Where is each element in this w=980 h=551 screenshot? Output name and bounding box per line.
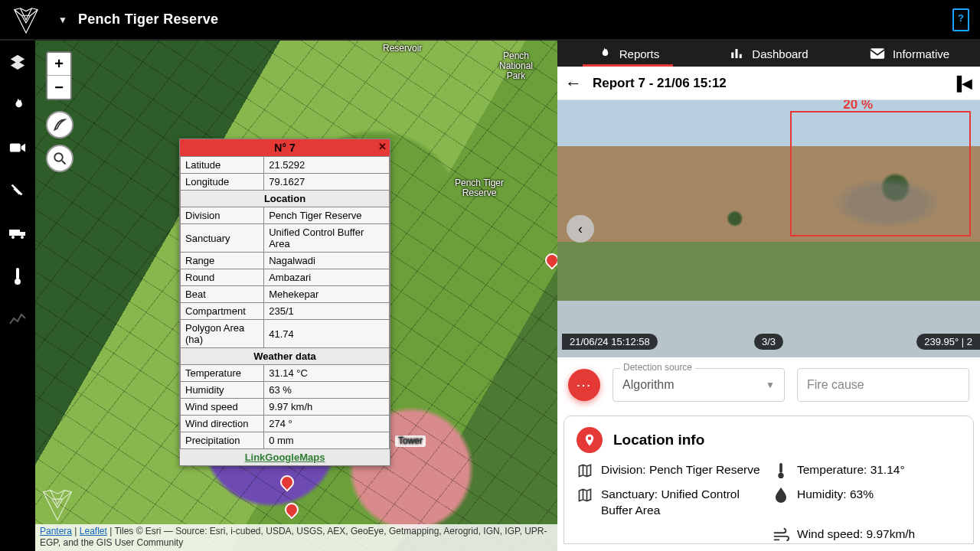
tab-dashboard[interactable]: Dashboard [698, 41, 839, 67]
svg-line-8 [62, 161, 66, 165]
layers-icon[interactable] [8, 53, 27, 71]
chart-icon [729, 46, 744, 61]
loc-humidity: Humidity: 63% [773, 487, 961, 519]
feather-tool-button[interactable] [46, 111, 74, 139]
leaflet-link[interactable]: Leaflet [80, 526, 107, 536]
google-maps-link[interactable]: LinkGoogleMaps [245, 452, 325, 463]
svg-rect-5 [16, 268, 19, 279]
top-bar: ▼ Pench Tiger Reserve [0, 0, 980, 41]
location-info-title: Location info [613, 432, 704, 448]
zoom-control: + − [46, 51, 72, 100]
left-toolbar [0, 41, 35, 551]
reserve-name: Pench Tiger Reserve [78, 11, 218, 28]
svg-rect-2 [20, 232, 25, 236]
svg-point-6 [15, 279, 21, 285]
tab-informative[interactable]: Informative [839, 41, 980, 67]
detection-photo: 20 % ‹ 21/06/24 15:12:58 3/3 239.95° | 2 [557, 100, 980, 357]
thermometer-icon [773, 462, 789, 479]
more-actions-button[interactable]: ⋯ [568, 369, 600, 401]
popup-row-value: 21.5292 [264, 157, 390, 174]
satellite-icon[interactable] [8, 181, 27, 200]
firetruck-icon[interactable] [8, 224, 27, 243]
search-tool-button[interactable] [46, 145, 74, 172]
svg-rect-0 [10, 144, 21, 152]
feature-popup: N° 7 ✕ Latitude21.5292 Longitude79.1627 … [179, 139, 390, 466]
loc-sanctuary: Sanctuary: Unified Control Buffer Area [577, 487, 765, 519]
svg-point-7 [54, 153, 63, 161]
fire-icon[interactable] [8, 96, 27, 114]
loc-temperature: Temperature: 31.14° [773, 462, 961, 479]
trend-icon[interactable] [8, 310, 27, 328]
popup-row-label: Latitude [181, 157, 264, 174]
tab-reports[interactable]: Reports [557, 41, 698, 67]
detection-bounding-box [790, 111, 971, 236]
report-title: Report 7 - 21/06 15:12 [593, 76, 941, 91]
watermark-logo-icon [40, 487, 75, 525]
map-icon [577, 487, 593, 504]
map-view[interactable]: Reservoir Pench National Park Pench Tige… [35, 41, 557, 551]
pantera-link[interactable]: Pantera [40, 526, 72, 536]
svg-point-4 [21, 236, 24, 239]
zoom-out-button[interactable]: − [47, 76, 70, 99]
detection-source-select[interactable]: Algorithm ▼ [612, 368, 785, 402]
popup-title: N° 7 ✕ [180, 139, 390, 156]
popup-close-button[interactable]: ✕ [378, 141, 387, 152]
photo-prev-button[interactable]: ‹ [567, 215, 594, 243]
map-attribution: Pantera | Leaflet | Tiles © Esri — Sourc… [35, 524, 557, 551]
loc-windspeed: Wind speed: 9.97km/h [773, 527, 961, 543]
svg-rect-9 [732, 53, 734, 59]
map-label-pench-tiger: Pench Tiger Reserve [455, 178, 504, 198]
svg-point-14 [778, 473, 783, 478]
wind-icon [773, 527, 789, 543]
svg-rect-1 [9, 230, 20, 236]
report-header: ← Report 7 - 21/06 15:12 ▐◀ [557, 67, 980, 100]
help-tablet-icon[interactable] [952, 8, 969, 31]
loc-division: Division: Pench Tiger Reserve [577, 462, 765, 479]
reserve-dropdown-caret[interactable]: ▼ [58, 15, 67, 25]
camera-icon[interactable] [8, 139, 27, 157]
location-pin-icon [577, 427, 603, 453]
chevron-down-icon: ▼ [766, 380, 775, 390]
fire-cause-field: Fire cause [797, 368, 969, 402]
report-controls: ⋯ Detection source Algorithm ▼ Fire caus… [557, 357, 980, 408]
tiger-logo-icon [11, 5, 41, 35]
skip-start-button[interactable]: ▐◀ [952, 75, 972, 92]
tab-bar: Reports Dashboard Informative [557, 41, 980, 67]
zoom-in-button[interactable]: + [47, 53, 70, 76]
map-label-reservoir: Reservoir [383, 44, 422, 54]
svg-point-3 [11, 236, 15, 239]
svg-rect-12 [871, 48, 884, 58]
svg-rect-11 [740, 54, 742, 58]
location-info-card: Location info Division: Pench Tiger Rese… [564, 416, 974, 544]
thermometer-icon[interactable] [8, 267, 27, 285]
back-button[interactable]: ← [565, 73, 582, 93]
svg-rect-13 [779, 463, 782, 473]
svg-rect-10 [736, 49, 738, 58]
detection-source-field: Detection source Algorithm ▼ [612, 368, 785, 402]
map-icon [577, 462, 593, 479]
photo-bearing: 239.95° | 2 [916, 334, 980, 350]
fire-cause-select[interactable]: Fire cause [797, 368, 969, 402]
detection-source-label: Detection source [620, 362, 695, 373]
fire-icon [596, 46, 612, 61]
mail-icon [870, 46, 885, 61]
droplet-icon [773, 487, 789, 504]
right-panel: Reports Dashboard Informative ← Report 7… [557, 41, 980, 551]
map-label-pench-np: Pench National Park [499, 51, 533, 82]
photo-page: 3/3 [754, 334, 783, 350]
photo-timestamp: 21/06/24 15:12:58 [562, 334, 658, 350]
map-label-tower: Tower [395, 435, 426, 447]
detection-confidence: 20 % [843, 100, 873, 112]
